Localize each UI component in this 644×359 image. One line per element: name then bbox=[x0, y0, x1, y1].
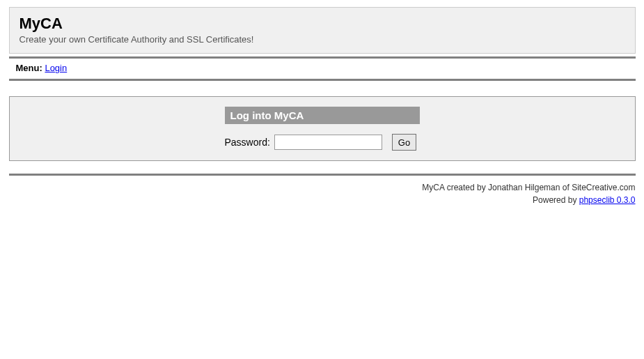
login-form-row: Password: Go bbox=[225, 134, 420, 151]
footer-powered: Powered by phpseclib 0.3.0 bbox=[9, 194, 636, 206]
go-button[interactable]: Go bbox=[392, 134, 416, 151]
footer-phpseclib-link[interactable]: phpseclib 0.3.0 bbox=[579, 195, 636, 205]
password-input[interactable] bbox=[274, 135, 382, 150]
header: MyCA Create your own Certificate Authori… bbox=[9, 7, 636, 54]
page-title: MyCA bbox=[19, 15, 625, 33]
menu-bar: Menu: Login bbox=[9, 59, 636, 77]
footer-credit: MyCA created by Jonathan Hilgeman of Sit… bbox=[9, 181, 636, 194]
password-label: Password: bbox=[225, 137, 270, 148]
footer-powered-prefix: Powered by bbox=[533, 195, 579, 205]
page-container: MyCA Create your own Certificate Authori… bbox=[9, 0, 636, 206]
footer: MyCA created by Jonathan Hilgeman of Sit… bbox=[9, 181, 636, 206]
login-content-box: Log into MyCA Password: Go bbox=[9, 96, 636, 161]
page-subtitle: Create your own Certificate Authority an… bbox=[19, 34, 625, 45]
login-panel-title: Log into MyCA bbox=[225, 107, 420, 124]
menu-login-link[interactable]: Login bbox=[45, 63, 67, 73]
divider-menu bbox=[9, 79, 636, 81]
divider-bottom bbox=[9, 174, 636, 176]
login-panel: Log into MyCA Password: Go bbox=[225, 107, 420, 151]
menu-label: Menu: bbox=[16, 63, 42, 73]
